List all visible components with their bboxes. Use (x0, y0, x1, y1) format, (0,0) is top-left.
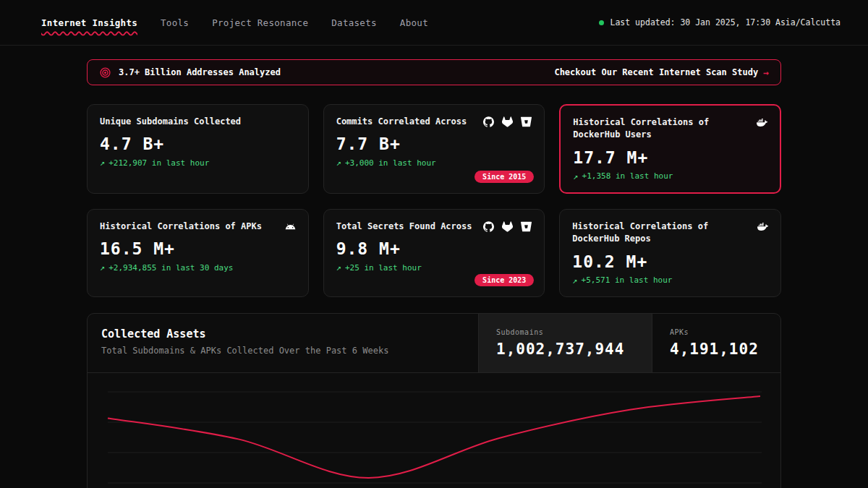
tab-label: APKs (670, 328, 763, 336)
nav-datasets[interactable]: Datasets (331, 17, 377, 28)
trend-up-icon: ↗ (336, 158, 341, 168)
card-icons (757, 116, 767, 128)
card-title: Historical Correlations of APKs (100, 221, 262, 233)
tab-value: 1,002,737,944 (496, 341, 634, 358)
card-value: 7.7 B+ (336, 134, 532, 153)
main-menu: Internet Insights Tools Project Resonanc… (41, 17, 428, 28)
banner-headline: 3.7+ Billion Addresses Analyzed (99, 67, 281, 79)
card-unique-subdomains: Unique Subdomains Collected 4.7 B+ ↗ +21… (87, 104, 309, 194)
github-icon (483, 116, 494, 127)
card-value: 10.2 M+ (572, 252, 768, 271)
card-dockerhub-users: Historical Correlations of DockerHub Use… (559, 104, 781, 194)
scan-study-link-label: Checkout Our Recent Internet Scan Study (554, 67, 758, 77)
collected-assets-panel: Collected Assets Total Subdomains & APKs… (87, 313, 781, 488)
trend-up-icon: ↗ (100, 262, 105, 273)
card-title: Total Secrets Found Across (336, 221, 472, 233)
card-title: Unique Subdomains Collected (100, 116, 241, 128)
trend-up-icon: ↗ (100, 158, 105, 168)
nav-project-resonance[interactable]: Project Resonance (212, 17, 308, 28)
stats-grid: Unique Subdomains Collected 4.7 B+ ↗ +21… (87, 104, 781, 297)
chart-titles: Collected Assets Total Subdomains & APKs… (88, 314, 388, 372)
banner-text: 3.7+ Billion Addresses Analyzed (119, 67, 281, 77)
android-icon (285, 221, 296, 232)
tab-apks[interactable]: APKs 4,191,102 (652, 314, 780, 372)
chart-title: Collected Assets (101, 328, 388, 341)
nav-about[interactable]: About (400, 17, 428, 28)
card-apks: Historical Correlations of APKs 16.5 M+ … (87, 209, 309, 297)
since-badge: Since 2023 (475, 274, 534, 286)
scan-study-link[interactable]: Checkout Our Recent Internet Scan Study … (554, 67, 769, 78)
nav-internet-insights[interactable]: Internet Insights (41, 17, 137, 28)
card-delta: ↗ +1,358 in last hour (573, 171, 767, 181)
card-value: 17.7 M+ (573, 148, 767, 167)
nav-tools[interactable]: Tools (161, 17, 189, 28)
card-title: Historical Correlations of DockerHub Rep… (572, 221, 750, 246)
chart-header: Collected Assets Total Subdomains & APKs… (88, 314, 780, 373)
bitbucket-icon (521, 221, 532, 232)
assets-line-chart (88, 373, 780, 488)
card-delta: ↗ +2,934,855 in last 30 days (100, 262, 296, 273)
trend-up-icon: ↗ (572, 275, 577, 286)
card-icons (483, 221, 532, 232)
card-delta: ↗ +5,571 in last hour (572, 275, 768, 286)
card-delta: ↗ +212,907 in last hour (100, 158, 296, 168)
chart-tabs: Subdomains 1,002,737,944 APKs 4,191,102 (478, 314, 780, 372)
card-title: Historical Correlations of DockerHub Use… (573, 116, 749, 142)
gitlab-icon (502, 221, 513, 232)
card-icons (483, 116, 532, 127)
bitbucket-icon (521, 116, 532, 127)
announcement-banner: 3.7+ Billion Addresses Analyzed Checkout… (87, 59, 781, 85)
chart-body (88, 373, 780, 488)
last-updated: Last updated: 30 Jan 2025, 17:30 Asia/Ca… (599, 17, 841, 27)
docker-icon (757, 117, 767, 128)
gitlab-icon (502, 116, 513, 127)
card-value: 4.7 B+ (100, 134, 296, 153)
top-nav: Internet Insights Tools Project Resonanc… (0, 0, 868, 46)
arrow-right-icon: → (763, 67, 769, 78)
trend-up-icon: ↗ (573, 171, 578, 181)
card-value: 16.5 M+ (100, 239, 296, 258)
card-icons (757, 221, 768, 232)
card-icons (285, 221, 296, 232)
card-delta: ↗ +3,000 in last hour (336, 158, 532, 168)
tab-value: 4,191,102 (670, 341, 763, 358)
chart-subtitle: Total Subdomains & APKs Collected Over t… (101, 346, 388, 356)
card-secrets-found: Total Secrets Found Across 9.8 M+ ↗ +25 … (323, 209, 545, 297)
main-content: 3.7+ Billion Addresses Analyzed Checkout… (87, 59, 781, 488)
docker-icon (757, 221, 768, 232)
tab-subdomains[interactable]: Subdomains 1,002,737,944 (478, 314, 652, 372)
status-dot-icon (599, 20, 604, 25)
since-badge: Since 2015 (475, 171, 534, 183)
trend-up-icon: ↗ (336, 262, 341, 273)
card-value: 9.8 M+ (336, 239, 532, 258)
github-icon (483, 221, 494, 232)
tab-label: Subdomains (496, 328, 634, 336)
card-delta: ↗ +25 in last hour (336, 262, 532, 273)
card-dockerhub-repos: Historical Correlations of DockerHub Rep… (559, 209, 781, 297)
target-icon (99, 67, 111, 79)
card-commits-correlated: Commits Correlated Across 7.7 B+ ↗ +3,00… (323, 104, 545, 194)
last-updated-text: Last updated: 30 Jan 2025, 17:30 Asia/Ca… (610, 17, 841, 27)
card-title: Commits Correlated Across (336, 116, 467, 128)
